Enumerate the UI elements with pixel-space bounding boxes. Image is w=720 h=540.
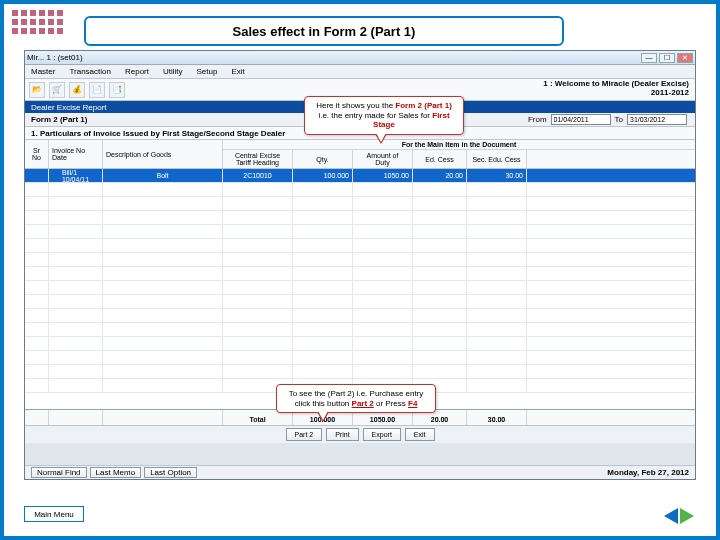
grid-body: Bill/1 10/04/11 Bolt 2C10010 100.000 105…: [25, 169, 695, 409]
table-row[interactable]: [25, 281, 695, 295]
doc1-icon[interactable]: 📄: [89, 82, 105, 98]
table-row[interactable]: [25, 225, 695, 239]
table-row[interactable]: [25, 365, 695, 379]
button-row: Part 2 Print Export Exit: [25, 425, 695, 443]
table-row[interactable]: [25, 183, 695, 197]
normal-find-button[interactable]: Normal Find: [31, 467, 87, 478]
table-row[interactable]: [25, 197, 695, 211]
from-date-input[interactable]: [551, 114, 611, 125]
menu-utility[interactable]: Utility: [163, 67, 183, 76]
col-desc: Description of Goods: [103, 140, 223, 168]
window-title: Mir... 1 : (set01): [27, 53, 83, 62]
table-row[interactable]: [25, 309, 695, 323]
menu-setup[interactable]: Setup: [197, 67, 218, 76]
last-option-button[interactable]: Last Option: [144, 467, 197, 478]
cart-icon[interactable]: 🛒: [49, 82, 65, 98]
col-edc: Ed. Cess: [413, 150, 467, 168]
table-row[interactable]: [25, 351, 695, 365]
menubar: Master Transaction Report Utility Setup …: [25, 65, 695, 79]
table-row[interactable]: [25, 211, 695, 225]
col-tariff: Central Excise Tariff Heading: [223, 150, 293, 168]
bag-icon[interactable]: 💰: [69, 82, 85, 98]
table-row[interactable]: [25, 267, 695, 281]
table-row[interactable]: [25, 253, 695, 267]
slide-title: Sales effect in Form 2 (Part 1): [84, 16, 564, 46]
col-srno: Sr No: [25, 140, 49, 168]
menu-exit[interactable]: Exit: [231, 67, 244, 76]
from-label: From: [528, 115, 547, 124]
main-menu-button[interactable]: Main Menu: [24, 506, 84, 522]
last-memo-button[interactable]: Last Memo: [90, 467, 142, 478]
grid-header: Sr No Invoice No Date Description of Goo…: [25, 139, 695, 169]
form-subheader: Form 2 (Part 1): [31, 115, 87, 124]
export-button[interactable]: Export: [363, 428, 401, 441]
to-date-input[interactable]: [627, 114, 687, 125]
to-label: To: [615, 115, 623, 124]
open-icon[interactable]: 📂: [29, 82, 45, 98]
welcome-text: 1 : Welcome to Miracle (Dealer Excise) 2…: [543, 80, 689, 98]
print-button[interactable]: Print: [326, 428, 358, 441]
statusbar: Normal Find Last Memo Last Option Monday…: [25, 465, 695, 479]
col-sec: Sec. Edu. Cess: [467, 150, 527, 168]
exit-button[interactable]: Exit: [405, 428, 435, 441]
callout-bottom: To see the (Part 2) i.e. Purchase entry …: [276, 384, 436, 413]
doc2-icon[interactable]: 📑: [109, 82, 125, 98]
part2-button[interactable]: Part 2: [286, 428, 323, 441]
col-duty: Amount of Duty: [353, 150, 413, 168]
table-row[interactable]: [25, 239, 695, 253]
menu-report[interactable]: Report: [125, 67, 149, 76]
menu-transaction[interactable]: Transaction: [69, 67, 111, 76]
col-invoice: Invoice No Date: [49, 140, 103, 168]
col-super-header: For the Main Item in the Document: [223, 140, 695, 150]
menu-master[interactable]: Master: [31, 67, 55, 76]
table-row[interactable]: [25, 337, 695, 351]
status-date: Monday, Feb 27, 2012: [607, 468, 689, 477]
table-row[interactable]: Bill/1 10/04/11 Bolt 2C10010 100.000 105…: [25, 169, 695, 183]
col-qty: Qty.: [293, 150, 353, 168]
minimize-button[interactable]: —: [641, 53, 657, 63]
prev-slide-button[interactable]: [664, 508, 678, 524]
next-slide-button[interactable]: [680, 508, 694, 524]
callout-top: Here it shows you the Form 2 (Part 1) i.…: [304, 96, 464, 135]
maximize-button[interactable]: ☐: [659, 53, 675, 63]
table-row[interactable]: [25, 295, 695, 309]
close-button[interactable]: ✕: [677, 53, 693, 63]
table-row[interactable]: [25, 323, 695, 337]
decorative-dots: [12, 10, 63, 34]
